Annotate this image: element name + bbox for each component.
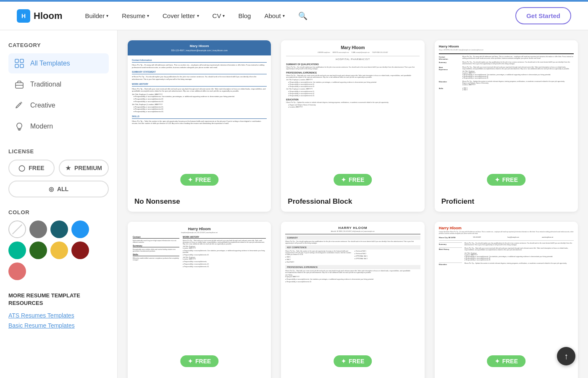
scroll-to-top-button[interactable]: ↑ (557, 347, 575, 365)
nav-item-blog[interactable]: Blog (232, 9, 257, 23)
color-dark-green[interactable] (29, 242, 47, 259)
color-swatches (8, 220, 109, 280)
template-name-harry: Harry Template (128, 373, 271, 378)
modern-label: Modern (30, 123, 53, 130)
all-templates-label: All Templates (30, 60, 70, 67)
resume-mock-professional: Mary Hloom LINKEDIN maryhloom WEBSITE ww… (281, 40, 424, 192)
nav-item-builder[interactable]: Builder ▾ (79, 9, 114, 23)
license-title: LICENSE (8, 148, 109, 155)
template-card-no-nonsense[interactable]: Mary Hloom 555-123-4567 | maryhloom@exam… (128, 40, 271, 212)
license-section: LICENSE ◯ FREE ★ PREMIUM ◎ ALL (8, 148, 109, 197)
main-layout: CATEGORY All Templates (0, 30, 588, 378)
nav-resume-chevron: ▾ (147, 13, 149, 18)
resume-mock-harry: Harry Hloom harryhloom@example.com | 555… (128, 222, 271, 373)
template-card-harry[interactable]: Harry Hloom harryhloom@example.com | 555… (128, 222, 271, 378)
template-card-professional-block[interactable]: Mary Hloom LINKEDIN maryhloom WEBSITE ww… (281, 40, 424, 212)
resume-mock-no-nonsense: Mary Hloom 555-123-4567 | maryhloom@exam… (128, 40, 271, 192)
search-button[interactable]: 🔍 (292, 8, 313, 24)
color-dark-teal[interactable] (50, 220, 68, 238)
free-badge-1: ✦ FREE (180, 174, 218, 186)
color-blue[interactable] (71, 220, 89, 238)
color-teal[interactable] (8, 242, 26, 259)
ats-templates-link[interactable]: ATS Resumes Templates (8, 312, 109, 319)
nav-builder-chevron: ▾ (106, 13, 108, 18)
main-header: H Hloom Builder ▾ Resume ▾ Cover letter … (0, 2, 588, 30)
creative-label: Creative (30, 102, 55, 109)
svg-rect-2 (15, 64, 18, 68)
svg-rect-3 (20, 64, 24, 68)
logo-text: Hloom (34, 10, 62, 21)
pencil-icon (13, 100, 25, 111)
category-title: CATEGORY (8, 42, 109, 48)
template-preview-proficient: Harry Hloom Stony st. MI 49789 | 555-123… (435, 40, 578, 192)
all-label: ALL (57, 186, 68, 192)
nav-about-chevron: ▾ (283, 13, 285, 18)
bulb-icon (13, 121, 25, 132)
template-name-no-nonsense: No Nonsense (128, 192, 271, 212)
nav-item-resume[interactable]: Resume ▾ (116, 9, 155, 23)
template-card-proficient[interactable]: Harry Hloom Stony st. MI 49789 | 555-123… (435, 40, 578, 212)
sidebar: CATEGORY All Templates (0, 30, 118, 378)
nav-about-label: About (264, 12, 281, 19)
resume-mock-harry2: HARRY HLOOM Asheville, NC 28801 | 555-12… (281, 222, 424, 373)
free-button[interactable]: ◯ FREE (8, 160, 55, 176)
free-badge-2: ✦ FREE (333, 174, 372, 186)
tag-icon: ◯ (18, 165, 25, 171)
free-badge-3: ✦ FREE (487, 174, 525, 186)
templates-grid: Mary Hloom 555-123-4567 | maryhloom@exam… (128, 40, 578, 378)
briefcase-icon (13, 79, 25, 90)
color-gray[interactable] (29, 220, 47, 238)
main-nav: Builder ▾ Resume ▾ Cover letter ▾ CV ▾ B… (79, 8, 515, 24)
template-name-harry2: HARRY HLOOM (281, 373, 424, 378)
color-none[interactable] (8, 220, 26, 238)
resume-mock-proficient: Harry Hloom Stony st. MI 49789 | 555-123… (435, 40, 578, 192)
svg-rect-0 (15, 59, 18, 63)
free-label: FREE (29, 165, 44, 171)
nav-blog-label: Blog (238, 12, 251, 19)
template-name-proficient: Proficient (435, 192, 578, 212)
nav-item-about[interactable]: About ▾ (258, 9, 290, 23)
badge-icon-3: ✦ (495, 176, 500, 183)
template-preview-harry: Harry Hloom harryhloom@example.com | 555… (128, 222, 271, 373)
color-dark-red[interactable] (71, 242, 89, 259)
template-preview-no-nonsense: Mary Hloom 555-123-4567 | maryhloom@exam… (128, 40, 271, 192)
sidebar-item-creative[interactable]: Creative (8, 95, 109, 116)
nav-item-cover-letter[interactable]: Cover letter ▾ (157, 9, 205, 23)
grid-icon (13, 58, 25, 69)
premium-button[interactable]: ★ PREMIUM (59, 160, 109, 176)
free-badge-6: ✦ FREE (487, 355, 525, 367)
nav-cover-chevron: ▾ (197, 13, 199, 18)
free-badge-4: ✦ FREE (180, 355, 218, 367)
nav-item-cv[interactable]: CV ▾ (207, 9, 231, 23)
nav-cover-label: Cover letter (163, 12, 195, 19)
template-card-red-name[interactable]: Harry Hloom Contact Information Hloom Pr… (435, 222, 578, 378)
main-content: Mary Hloom 555-123-4567 | maryhloom@exam… (118, 30, 588, 378)
template-preview-professional: Mary Hloom LINKEDIN maryhloom WEBSITE ww… (281, 40, 424, 192)
license-row: ◯ FREE ★ PREMIUM (8, 160, 109, 176)
sidebar-item-all-templates[interactable]: All Templates (8, 53, 109, 74)
basic-templates-link[interactable]: Basic Resume Templates (8, 322, 109, 329)
logo-link[interactable]: H Hloom (17, 9, 62, 23)
all-button[interactable]: ◎ ALL (8, 181, 109, 197)
color-yellow[interactable] (50, 242, 68, 259)
traditional-label: Traditional (30, 81, 61, 88)
nav-cv-label: CV (213, 12, 221, 19)
nav-builder-label: Builder (85, 12, 105, 19)
template-card-harry2[interactable]: HARRY HLOOM Asheville, NC 28801 | 555-12… (281, 222, 424, 378)
badge-icon-2: ✦ (341, 176, 346, 183)
template-preview-red-name: Harry Hloom Contact Information Hloom Pr… (435, 222, 578, 373)
template-name-professional: Professional Block (281, 192, 424, 212)
color-salmon[interactable] (8, 262, 26, 280)
sidebar-item-traditional[interactable]: Traditional (8, 74, 109, 94)
template-name-red-name: Red Name (435, 373, 578, 378)
get-started-button[interactable]: Get Started (515, 7, 571, 24)
up-arrow-icon: ↑ (564, 352, 568, 361)
category-section: CATEGORY All Templates (8, 42, 109, 136)
sidebar-item-modern[interactable]: Modern (8, 116, 109, 136)
star-icon: ★ (66, 165, 71, 171)
free-badge-5: ✦ FREE (333, 355, 372, 367)
template-preview-harry2: HARRY HLOOM Asheville, NC 28801 | 555-12… (281, 222, 424, 373)
color-title: COLOR (8, 209, 109, 215)
svg-rect-1 (20, 59, 24, 63)
logo-icon: H (17, 9, 30, 23)
